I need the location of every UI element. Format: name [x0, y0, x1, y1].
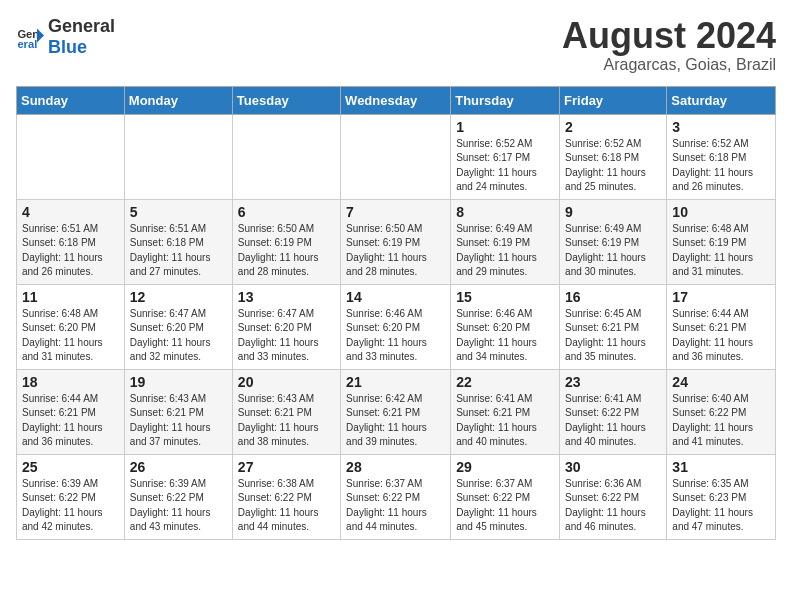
day-info: Sunrise: 6:43 AMSunset: 6:21 PMDaylight:…: [130, 392, 227, 450]
svg-text:eral: eral: [17, 38, 37, 50]
logo-icon: Gen eral: [16, 23, 44, 51]
calendar-cell-week1-day2: [124, 114, 232, 199]
calendar-cell-week5-day4: 28Sunrise: 6:37 AMSunset: 6:22 PMDayligh…: [341, 454, 451, 539]
day-number: 4: [22, 204, 119, 220]
calendar-cell-week5-day3: 27Sunrise: 6:38 AMSunset: 6:22 PMDayligh…: [232, 454, 340, 539]
day-info: Sunrise: 6:45 AMSunset: 6:21 PMDaylight:…: [565, 307, 661, 365]
calendar-cell-week3-day7: 17Sunrise: 6:44 AMSunset: 6:21 PMDayligh…: [667, 284, 776, 369]
calendar-cell-week2-day6: 9Sunrise: 6:49 AMSunset: 6:19 PMDaylight…: [560, 199, 667, 284]
day-number: 18: [22, 374, 119, 390]
day-info: Sunrise: 6:47 AMSunset: 6:20 PMDaylight:…: [238, 307, 335, 365]
weekday-header-monday: Monday: [124, 86, 232, 114]
calendar-cell-week4-day4: 21Sunrise: 6:42 AMSunset: 6:21 PMDayligh…: [341, 369, 451, 454]
day-number: 31: [672, 459, 770, 475]
day-info: Sunrise: 6:47 AMSunset: 6:20 PMDaylight:…: [130, 307, 227, 365]
svg-marker-2: [37, 29, 44, 43]
day-info: Sunrise: 6:52 AMSunset: 6:18 PMDaylight:…: [565, 137, 661, 195]
calendar-cell-week5-day5: 29Sunrise: 6:37 AMSunset: 6:22 PMDayligh…: [451, 454, 560, 539]
day-info: Sunrise: 6:37 AMSunset: 6:22 PMDaylight:…: [456, 477, 554, 535]
calendar-cell-week3-day5: 15Sunrise: 6:46 AMSunset: 6:20 PMDayligh…: [451, 284, 560, 369]
weekday-header-wednesday: Wednesday: [341, 86, 451, 114]
day-info: Sunrise: 6:49 AMSunset: 6:19 PMDaylight:…: [565, 222, 661, 280]
day-info: Sunrise: 6:51 AMSunset: 6:18 PMDaylight:…: [130, 222, 227, 280]
calendar-week-4: 18Sunrise: 6:44 AMSunset: 6:21 PMDayligh…: [17, 369, 776, 454]
day-info: Sunrise: 6:52 AMSunset: 6:17 PMDaylight:…: [456, 137, 554, 195]
day-info: Sunrise: 6:39 AMSunset: 6:22 PMDaylight:…: [130, 477, 227, 535]
weekday-header-thursday: Thursday: [451, 86, 560, 114]
day-number: 10: [672, 204, 770, 220]
day-info: Sunrise: 6:50 AMSunset: 6:19 PMDaylight:…: [238, 222, 335, 280]
calendar-cell-week1-day3: [232, 114, 340, 199]
calendar-table: SundayMondayTuesdayWednesdayThursdayFrid…: [16, 86, 776, 540]
calendar-cell-week1-day6: 2Sunrise: 6:52 AMSunset: 6:18 PMDaylight…: [560, 114, 667, 199]
logo: Gen eral General Blue: [16, 16, 115, 58]
day-info: Sunrise: 6:51 AMSunset: 6:18 PMDaylight:…: [22, 222, 119, 280]
calendar-cell-week3-day3: 13Sunrise: 6:47 AMSunset: 6:20 PMDayligh…: [232, 284, 340, 369]
calendar-cell-week4-day2: 19Sunrise: 6:43 AMSunset: 6:21 PMDayligh…: [124, 369, 232, 454]
day-number: 6: [238, 204, 335, 220]
calendar-cell-week4-day6: 23Sunrise: 6:41 AMSunset: 6:22 PMDayligh…: [560, 369, 667, 454]
day-info: Sunrise: 6:52 AMSunset: 6:18 PMDaylight:…: [672, 137, 770, 195]
day-number: 8: [456, 204, 554, 220]
day-number: 21: [346, 374, 445, 390]
calendar-cell-week1-day7: 3Sunrise: 6:52 AMSunset: 6:18 PMDaylight…: [667, 114, 776, 199]
day-number: 27: [238, 459, 335, 475]
day-number: 23: [565, 374, 661, 390]
day-number: 9: [565, 204, 661, 220]
day-number: 16: [565, 289, 661, 305]
day-number: 20: [238, 374, 335, 390]
day-info: Sunrise: 6:42 AMSunset: 6:21 PMDaylight:…: [346, 392, 445, 450]
calendar-cell-week3-day2: 12Sunrise: 6:47 AMSunset: 6:20 PMDayligh…: [124, 284, 232, 369]
calendar-cell-week2-day2: 5Sunrise: 6:51 AMSunset: 6:18 PMDaylight…: [124, 199, 232, 284]
weekday-header-friday: Friday: [560, 86, 667, 114]
calendar-cell-week3-day1: 11Sunrise: 6:48 AMSunset: 6:20 PMDayligh…: [17, 284, 125, 369]
day-number: 3: [672, 119, 770, 135]
day-info: Sunrise: 6:49 AMSunset: 6:19 PMDaylight:…: [456, 222, 554, 280]
page-header: Gen eral General Blue August 2024 Aragar…: [16, 16, 776, 74]
day-number: 12: [130, 289, 227, 305]
day-number: 24: [672, 374, 770, 390]
day-number: 19: [130, 374, 227, 390]
calendar-cell-week5-day7: 31Sunrise: 6:35 AMSunset: 6:23 PMDayligh…: [667, 454, 776, 539]
calendar-cell-week5-day2: 26Sunrise: 6:39 AMSunset: 6:22 PMDayligh…: [124, 454, 232, 539]
calendar-week-2: 4Sunrise: 6:51 AMSunset: 6:18 PMDaylight…: [17, 199, 776, 284]
day-number: 25: [22, 459, 119, 475]
calendar-cell-week4-day5: 22Sunrise: 6:41 AMSunset: 6:21 PMDayligh…: [451, 369, 560, 454]
calendar-cell-week4-day1: 18Sunrise: 6:44 AMSunset: 6:21 PMDayligh…: [17, 369, 125, 454]
day-info: Sunrise: 6:37 AMSunset: 6:22 PMDaylight:…: [346, 477, 445, 535]
day-number: 29: [456, 459, 554, 475]
calendar-cell-week2-day7: 10Sunrise: 6:48 AMSunset: 6:19 PMDayligh…: [667, 199, 776, 284]
day-info: Sunrise: 6:40 AMSunset: 6:22 PMDaylight:…: [672, 392, 770, 450]
weekday-header-sunday: Sunday: [17, 86, 125, 114]
day-info: Sunrise: 6:46 AMSunset: 6:20 PMDaylight:…: [346, 307, 445, 365]
day-info: Sunrise: 6:41 AMSunset: 6:21 PMDaylight:…: [456, 392, 554, 450]
calendar-week-3: 11Sunrise: 6:48 AMSunset: 6:20 PMDayligh…: [17, 284, 776, 369]
day-info: Sunrise: 6:46 AMSunset: 6:20 PMDaylight:…: [456, 307, 554, 365]
logo-blue: Blue: [48, 37, 87, 57]
day-info: Sunrise: 6:38 AMSunset: 6:22 PMDaylight:…: [238, 477, 335, 535]
day-info: Sunrise: 6:44 AMSunset: 6:21 PMDaylight:…: [672, 307, 770, 365]
day-info: Sunrise: 6:39 AMSunset: 6:22 PMDaylight:…: [22, 477, 119, 535]
day-number: 7: [346, 204, 445, 220]
calendar-cell-week2-day4: 7Sunrise: 6:50 AMSunset: 6:19 PMDaylight…: [341, 199, 451, 284]
calendar-cell-week5-day6: 30Sunrise: 6:36 AMSunset: 6:22 PMDayligh…: [560, 454, 667, 539]
day-number: 1: [456, 119, 554, 135]
day-info: Sunrise: 6:50 AMSunset: 6:19 PMDaylight:…: [346, 222, 445, 280]
calendar-cell-week2-day3: 6Sunrise: 6:50 AMSunset: 6:19 PMDaylight…: [232, 199, 340, 284]
calendar-cell-week2-day1: 4Sunrise: 6:51 AMSunset: 6:18 PMDaylight…: [17, 199, 125, 284]
calendar-cell-week1-day5: 1Sunrise: 6:52 AMSunset: 6:17 PMDaylight…: [451, 114, 560, 199]
calendar-cell-week2-day5: 8Sunrise: 6:49 AMSunset: 6:19 PMDaylight…: [451, 199, 560, 284]
day-number: 14: [346, 289, 445, 305]
calendar-body: 1Sunrise: 6:52 AMSunset: 6:17 PMDaylight…: [17, 114, 776, 539]
day-number: 5: [130, 204, 227, 220]
calendar-cell-week3-day6: 16Sunrise: 6:45 AMSunset: 6:21 PMDayligh…: [560, 284, 667, 369]
day-number: 26: [130, 459, 227, 475]
calendar-cell-week4-day7: 24Sunrise: 6:40 AMSunset: 6:22 PMDayligh…: [667, 369, 776, 454]
calendar-cell-week1-day1: [17, 114, 125, 199]
day-number: 22: [456, 374, 554, 390]
day-number: 2: [565, 119, 661, 135]
calendar-week-1: 1Sunrise: 6:52 AMSunset: 6:17 PMDaylight…: [17, 114, 776, 199]
location-subtitle: Aragarcas, Goias, Brazil: [562, 56, 776, 74]
logo-general: General: [48, 16, 115, 36]
weekday-header-tuesday: Tuesday: [232, 86, 340, 114]
